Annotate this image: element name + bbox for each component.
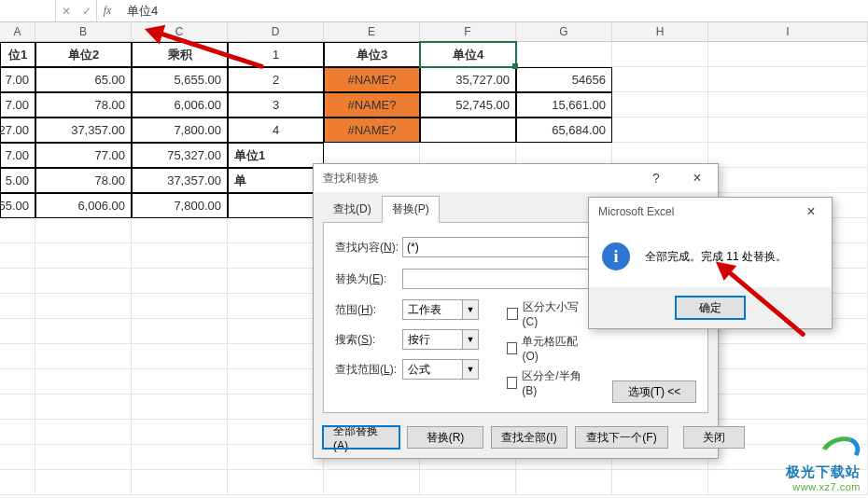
- cell[interactable]: [708, 394, 868, 420]
- match-case-checkbox[interactable]: 区分大小写(C): [507, 299, 584, 328]
- cell[interactable]: 52,745.00: [420, 92, 516, 118]
- cell-error[interactable]: #NAME?: [324, 92, 420, 118]
- cell[interactable]: 3: [228, 92, 324, 118]
- cell-error[interactable]: #NAME?: [324, 67, 420, 92]
- cell[interactable]: 2: [228, 67, 324, 92]
- cell[interactable]: [132, 269, 228, 294]
- cell[interactable]: [0, 319, 35, 344]
- cell[interactable]: 55.00: [0, 193, 35, 218]
- scope-dropdown-icon[interactable]: ▼: [462, 299, 479, 320]
- col-header-D[interactable]: D: [228, 22, 324, 41]
- cell[interactable]: 7.00: [0, 67, 35, 92]
- cell[interactable]: [0, 470, 35, 495]
- cell[interactable]: [0, 445, 35, 470]
- lookin-combo[interactable]: 公式 ▼: [402, 359, 479, 380]
- cell[interactable]: [516, 470, 612, 495]
- cell[interactable]: [35, 394, 132, 420]
- cell[interactable]: [132, 445, 228, 470]
- close-icon[interactable]: ×: [677, 164, 718, 192]
- cell[interactable]: [132, 344, 228, 369]
- cell[interactable]: 单位1: [228, 143, 324, 168]
- cell[interactable]: [132, 470, 228, 495]
- message-box[interactable]: Microsoft Excel × i 全部完成。完成 11 处替换。 确定: [588, 197, 833, 329]
- cell[interactable]: 37,357.00: [35, 118, 132, 143]
- col-header-B[interactable]: B: [35, 22, 132, 41]
- cell[interactable]: [708, 143, 868, 168]
- cell[interactable]: [420, 470, 516, 495]
- options-button[interactable]: 选项(T) <<: [612, 380, 696, 403]
- cell[interactable]: [132, 294, 228, 319]
- cell[interactable]: 75,327.00: [132, 143, 228, 168]
- col-header-F[interactable]: F: [420, 22, 516, 41]
- cell[interactable]: 65,684.00: [516, 118, 612, 143]
- close-icon[interactable]: ×: [791, 198, 832, 226]
- cell[interactable]: [612, 67, 708, 92]
- cell-error[interactable]: #NAME?: [324, 118, 420, 143]
- col-header-A[interactable]: A: [0, 22, 35, 41]
- cell[interactable]: [228, 269, 324, 294]
- cell[interactable]: 35,727.00: [420, 67, 516, 92]
- cell[interactable]: [0, 420, 35, 445]
- cell[interactable]: 6,006.00: [35, 193, 132, 218]
- cell[interactable]: [0, 243, 35, 269]
- cell[interactable]: [0, 294, 35, 319]
- cell[interactable]: [132, 420, 228, 445]
- find-next-button[interactable]: 查找下一个(F): [575, 426, 668, 449]
- cell[interactable]: [35, 470, 132, 495]
- cell[interactable]: 6,006.00: [132, 92, 228, 118]
- cell[interactable]: 65.00: [35, 67, 132, 92]
- cell[interactable]: [708, 369, 868, 394]
- cell[interactable]: 78.00: [35, 168, 132, 193]
- cell[interactable]: [35, 218, 132, 243]
- cell[interactable]: [612, 42, 708, 67]
- col-header-E[interactable]: E: [324, 22, 420, 41]
- cell[interactable]: [35, 445, 132, 470]
- cell[interactable]: [0, 344, 35, 369]
- cell[interactable]: [0, 269, 35, 294]
- cell[interactable]: [228, 420, 324, 445]
- name-box[interactable]: [0, 0, 56, 21]
- cell[interactable]: [35, 319, 132, 344]
- cell[interactable]: 7,800.00: [132, 118, 228, 143]
- cell[interactable]: 77.00: [35, 143, 132, 168]
- cell[interactable]: [132, 243, 228, 269]
- ok-button[interactable]: 确定: [676, 297, 745, 319]
- cell[interactable]: [132, 369, 228, 394]
- match-cell-checkbox[interactable]: 单元格匹配(O): [507, 334, 584, 363]
- cell[interactable]: [35, 344, 132, 369]
- cell[interactable]: [228, 243, 324, 269]
- cell[interactable]: [708, 92, 868, 118]
- cell[interactable]: [35, 243, 132, 269]
- cell[interactable]: [612, 92, 708, 118]
- cell[interactable]: 7.00: [0, 143, 35, 168]
- cell[interactable]: 78.00: [35, 92, 132, 118]
- fx-icon[interactable]: fx: [97, 0, 118, 21]
- cell[interactable]: [228, 319, 324, 344]
- search-dropdown-icon[interactable]: ▼: [462, 329, 479, 350]
- cell[interactable]: [324, 470, 420, 495]
- cell[interactable]: [420, 118, 516, 143]
- cell[interactable]: [228, 294, 324, 319]
- cell[interactable]: [35, 269, 132, 294]
- search-combo[interactable]: 按行 ▼: [402, 329, 479, 350]
- cell[interactable]: 37,357.00: [132, 168, 228, 193]
- cell[interactable]: [228, 445, 324, 470]
- cell[interactable]: 327.00: [0, 118, 35, 143]
- cell[interactable]: 4: [228, 118, 324, 143]
- cell[interactable]: 1: [228, 42, 324, 67]
- cell[interactable]: [0, 218, 35, 243]
- cell[interactable]: 7,800.00: [132, 193, 228, 218]
- col-header-G[interactable]: G: [516, 22, 612, 41]
- col-header-C[interactable]: C: [132, 22, 228, 41]
- cell[interactable]: 5,655.00: [132, 67, 228, 92]
- col-header-I[interactable]: I: [708, 22, 868, 41]
- cell[interactable]: 单位3: [324, 42, 420, 67]
- cell[interactable]: [132, 319, 228, 344]
- replace-button[interactable]: 替换(R): [407, 426, 483, 449]
- cell[interactable]: [228, 218, 324, 243]
- cell[interactable]: 5.00: [0, 168, 35, 193]
- replace-all-button[interactable]: 全部替换(A): [323, 426, 399, 449]
- cell[interactable]: 54656: [516, 67, 612, 92]
- col-header-H[interactable]: H: [612, 22, 708, 41]
- cell[interactable]: 乘积: [132, 42, 228, 67]
